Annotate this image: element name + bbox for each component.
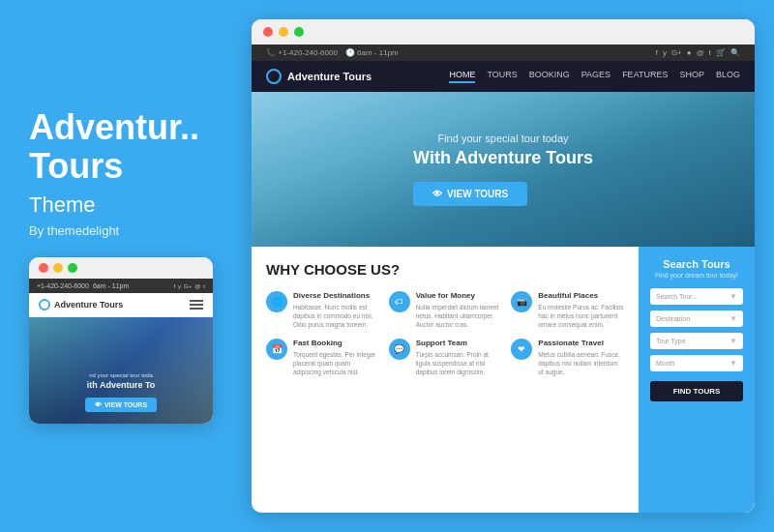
- search-sidebar: Search Tours Find your dream tour today!…: [639, 247, 755, 513]
- mobile-hours: 6am - 11pm: [93, 282, 129, 289]
- find-tours-button[interactable]: FIND TOURS: [650, 381, 743, 401]
- heart-icon: ❤: [511, 339, 532, 360]
- features-grid: 🌐 Diverse Destinations Habitasse. Nunc m…: [266, 291, 624, 377]
- eye-icon: 👁: [95, 401, 102, 408]
- left-panel: Adventur.. Tours Theme By themedelight +…: [29, 108, 223, 424]
- feature-desc: Turpis accumsan. Proin at ligula suspend…: [416, 350, 502, 376]
- desktop-hours: 🕐 6am - 11pm: [345, 48, 399, 57]
- feature-desc: Torquent egestas. Per integer placerat q…: [293, 350, 379, 376]
- pinterest-icon: ●: [687, 48, 692, 57]
- chevron-down-icon: ▼: [729, 359, 737, 368]
- feature-fast-booking: 📅 Fast Booking Torquent egestas. Per int…: [266, 339, 379, 376]
- nav-shop[interactable]: SHOP: [679, 70, 704, 83]
- hero-small-text: Find your special tour today: [413, 133, 593, 144]
- nav-features[interactable]: FEATURES: [622, 70, 668, 83]
- desktop-content: WHY CHOOSE US? 🌐 Diverse Destinations Ha…: [252, 247, 755, 513]
- feature-support-team: 💬 Support Team Turpis accumsan. Proin at…: [389, 339, 502, 376]
- month-field[interactable]: Month ▼: [650, 355, 743, 371]
- desktop-preview: 📞 +1-420-240-6000 🕐 6am - 11pm f y G+ ● …: [252, 19, 755, 513]
- dot-red: [39, 263, 48, 273]
- nav-tours[interactable]: TOURS: [487, 70, 517, 83]
- feature-desc: Habitasse. Nunc mollis est dapibus in co…: [293, 303, 379, 329]
- mobile-traffic-dots: [29, 257, 213, 279]
- mobile-logo-icon: [39, 299, 50, 310]
- chevron-down-icon: ▼: [729, 337, 737, 345]
- search-subtitle: Find your dream tour today!: [650, 272, 743, 279]
- feature-desc: Eu molestie Purus ac. Facilisis hac in m…: [538, 303, 624, 329]
- facebook-icon: f: [656, 48, 658, 57]
- mobile-phone: +1-420-240-6000: [37, 282, 89, 289]
- desktop-phone: 📞 +1-420-240-6000: [266, 48, 338, 57]
- feature-name: Passionate Travel: [538, 339, 624, 347]
- mobile-hero-small: nd your special tour toda: [89, 372, 153, 378]
- chat-icon: 💬: [389, 339, 410, 360]
- feature-name: Beautiful Places: [538, 291, 624, 300]
- theme-subtitle: Theme: [29, 192, 223, 218]
- hero-large-text: With Adventure Tours: [413, 148, 593, 168]
- desktop-dot-yellow: [279, 27, 288, 37]
- tumblr-icon: t: [709, 48, 711, 57]
- search-tour-field[interactable]: Search Tour... ▼: [650, 288, 743, 305]
- desktop-logo-icon: [266, 69, 282, 84]
- dot-yellow: [53, 263, 63, 273]
- camera-icon: 📷: [511, 291, 532, 312]
- search-title: Search Tours: [650, 258, 743, 270]
- twitter-icon: y: [663, 48, 667, 57]
- feature-beautiful-places: 📷 Beautiful Places Eu molestie Purus ac.…: [511, 291, 624, 329]
- mobile-topbar: +1-420-240-6000 6am - 11pm f y G+ @ t: [29, 279, 213, 293]
- tour-type-field[interactable]: Tour Type ▼: [650, 333, 743, 349]
- desktop-social-icons: f y G+ ● @ t 🛒 🔍: [656, 48, 740, 57]
- nav-pages[interactable]: PAGES: [581, 70, 610, 83]
- desktop-main: WHY CHOOSE US? 🌐 Diverse Destinations Ha…: [252, 247, 639, 513]
- mobile-logo: Adventure Tours: [39, 299, 123, 310]
- feature-name: Diverse Destinations: [293, 291, 379, 300]
- desktop-navbar: Adventure Tours HOME TOURS BOOKING PAGES…: [252, 61, 755, 92]
- chevron-down-icon: ▼: [729, 292, 737, 301]
- mobile-hamburger[interactable]: [190, 300, 203, 310]
- theme-title: Adventur.. Tours: [29, 108, 223, 185]
- calendar-icon: 📅: [266, 339, 287, 360]
- feature-desc: Metus cubilia aenean. Fusce, dapibus nis…: [538, 350, 624, 376]
- feature-value-money: 🏷 Value for Money Nulla imperdiet dictum…: [389, 291, 502, 329]
- feature-diverse-destinations: 🌐 Diverse Destinations Habitasse. Nunc m…: [266, 291, 379, 329]
- desktop-nav: HOME TOURS BOOKING PAGES FEATURES SHOP B…: [449, 70, 740, 83]
- desktop-traffic-dots: [252, 19, 755, 44]
- destination-field[interactable]: Destination ▼: [650, 310, 743, 327]
- eye-icon: 👁: [432, 189, 442, 199]
- nav-blog[interactable]: BLOG: [716, 70, 740, 83]
- cart-icon: 🛒: [716, 48, 726, 57]
- feature-passionate-travel: ❤ Passionate Travel Metus cubilia aenean…: [511, 339, 624, 376]
- instagram-icon: @: [697, 48, 704, 57]
- hero-content: Find your special tour today With Advent…: [413, 133, 593, 206]
- nav-booking[interactable]: BOOKING: [529, 70, 570, 83]
- mobile-hero: nd your special tour toda ith Adventure …: [29, 317, 213, 424]
- desktop-topbar: 📞 +1-420-240-6000 🕐 6am - 11pm f y G+ ● …: [252, 44, 755, 61]
- mobile-cta-button[interactable]: 👁 VIEW TOURS: [85, 398, 157, 412]
- why-choose-title: WHY CHOOSE US?: [266, 261, 624, 278]
- dot-green: [68, 263, 77, 273]
- desktop-hero: Find your special tour today With Advent…: [252, 92, 755, 247]
- feature-desc: Nulla imperdiet dictum laoreet netus. Ha…: [416, 303, 502, 329]
- desktop-dot-green: [294, 27, 304, 37]
- nav-home[interactable]: HOME: [449, 70, 475, 83]
- mobile-hero-large: ith Adventure To: [87, 380, 156, 390]
- mobile-preview: +1-420-240-6000 6am - 11pm f y G+ @ t Ad…: [29, 257, 213, 424]
- feature-name: Value for Money: [416, 291, 502, 300]
- desktop-cta-button[interactable]: 👁 VIEW TOURS: [413, 182, 527, 206]
- desktop-dot-red: [263, 27, 273, 37]
- feature-name: Support Team: [416, 339, 502, 347]
- google-plus-icon: G+: [671, 48, 682, 57]
- globe-icon: 🌐: [266, 291, 287, 312]
- chevron-down-icon: ▼: [729, 314, 737, 323]
- search-icon[interactable]: 🔍: [730, 48, 740, 57]
- feature-name: Fast Booking: [293, 339, 379, 347]
- tag-icon: 🏷: [389, 291, 410, 312]
- desktop-logo: Adventure Tours: [266, 69, 372, 84]
- mobile-topbar-icons: f y G+ @ t: [173, 283, 205, 289]
- mobile-navbar: Adventure Tours: [29, 293, 213, 317]
- theme-author: By themedelight: [29, 223, 223, 238]
